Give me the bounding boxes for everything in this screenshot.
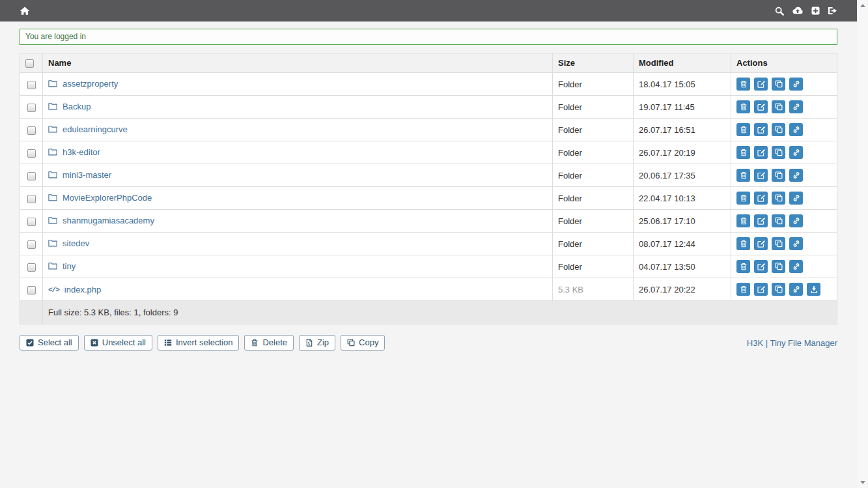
file-table: Name Size Modified Actions assetzpropert…	[20, 53, 837, 324]
row-checkbox[interactable]	[27, 149, 36, 158]
row-checkbox[interactable]	[27, 263, 36, 272]
delete-button[interactable]	[736, 146, 750, 159]
delete-button[interactable]	[736, 192, 750, 205]
scroll-down-icon[interactable]	[860, 481, 865, 484]
file-code-icon: </>	[48, 286, 59, 294]
delete-button[interactable]	[736, 169, 750, 182]
link-button[interactable]	[789, 123, 803, 136]
delete-button[interactable]	[736, 214, 750, 227]
search-icon[interactable]	[775, 7, 784, 16]
link-button[interactable]	[789, 192, 803, 205]
copy-button[interactable]	[772, 283, 785, 296]
row-checkbox[interactable]	[27, 81, 36, 89]
copy-button[interactable]	[772, 237, 785, 250]
delete-button[interactable]	[736, 260, 750, 273]
row-actions	[731, 187, 837, 210]
link-button[interactable]	[789, 100, 803, 113]
rename-button[interactable]	[754, 260, 768, 273]
row-checkbox[interactable]	[27, 218, 36, 226]
copy-button[interactable]	[772, 78, 785, 91]
bottom-toolbar: Select allUnselect allInvert selectionDe…	[20, 335, 837, 351]
rename-button[interactable]	[754, 237, 768, 250]
zip-button[interactable]: Zip	[299, 335, 335, 351]
file-name-link[interactable]: h3k-editor	[48, 147, 100, 157]
invert-selection-button[interactable]: Invert selection	[158, 335, 239, 351]
rename-button[interactable]	[754, 192, 768, 205]
rename-button[interactable]	[754, 214, 768, 227]
row-checkbox[interactable]	[27, 126, 36, 135]
file-name-link[interactable]: tiny	[48, 261, 76, 271]
scroll-up-icon[interactable]	[860, 4, 865, 7]
table-row: mini3-master Folder 20.06.17 17:35	[20, 164, 837, 187]
link-button[interactable]	[789, 214, 803, 227]
copy-button[interactable]	[772, 146, 785, 159]
row-checkbox[interactable]	[27, 286, 36, 294]
unselect-all-button[interactable]: Unselect all	[84, 335, 152, 351]
rename-button[interactable]	[754, 123, 768, 136]
copy-button[interactable]	[772, 123, 785, 136]
branding: H3K | Tiny File Manager	[747, 337, 837, 349]
copy-button[interactable]	[772, 260, 785, 273]
rename-icon	[757, 240, 765, 248]
folder-icon	[48, 171, 57, 179]
file-name-link[interactable]: shanmugamiasacademy	[48, 216, 154, 225]
rename-button[interactable]	[754, 78, 768, 91]
upload-icon[interactable]	[792, 7, 804, 15]
link-icon	[792, 171, 800, 179]
column-header-modified: Modified	[634, 53, 731, 73]
link-button[interactable]	[789, 78, 803, 91]
folder-icon	[48, 102, 57, 110]
row-checkbox[interactable]	[27, 104, 36, 112]
delete-icon	[740, 80, 748, 88]
file-name-link[interactable]: edulearningcurve	[48, 124, 128, 134]
vertical-scrollbar[interactable]	[857, 0, 868, 488]
link-button[interactable]	[789, 169, 803, 182]
file-modified: 18.04.17 15:05	[634, 73, 731, 96]
delete-button[interactable]	[736, 283, 750, 296]
copy-icon	[775, 149, 783, 156]
copy-button[interactable]	[772, 192, 785, 205]
rename-button[interactable]	[754, 169, 768, 182]
file-name-link[interactable]: </> index.php	[48, 285, 101, 294]
navbar-actions	[775, 7, 837, 16]
copy-button[interactable]	[772, 100, 785, 113]
branding-link[interactable]: H3K | Tiny File Manager	[747, 338, 837, 348]
row-checkbox[interactable]	[27, 240, 36, 249]
row-checkbox[interactable]	[27, 195, 36, 203]
delete-button[interactable]	[736, 100, 750, 113]
new-item-icon[interactable]	[811, 7, 820, 15]
copy-icon	[347, 339, 355, 347]
rename-button[interactable]	[754, 100, 768, 113]
rename-icon	[757, 171, 765, 179]
file-name-link[interactable]: MovieExplorerPhpCode	[48, 193, 152, 203]
file-name-link[interactable]: sitedev	[48, 238, 89, 248]
link-button[interactable]	[789, 146, 803, 159]
file-name-link[interactable]: mini3-master	[48, 170, 111, 180]
row-actions	[731, 233, 837, 255]
file-modified: 04.07.17 13:50	[634, 255, 731, 278]
row-checkbox[interactable]	[27, 172, 36, 180]
file-modified: 25.06.17 17:10	[634, 210, 731, 233]
select-all-button[interactable]: Select all	[20, 335, 79, 351]
logout-icon[interactable]	[828, 7, 837, 15]
download-button[interactable]	[807, 283, 820, 296]
select-all-checkbox[interactable]	[25, 59, 34, 68]
rename-icon	[757, 285, 765, 293]
copy-button[interactable]	[772, 169, 785, 182]
link-button[interactable]	[789, 237, 803, 250]
delete-button[interactable]: Delete	[244, 335, 294, 351]
copy-button[interactable]: Copy	[341, 335, 385, 351]
link-button[interactable]	[789, 260, 803, 273]
folder-icon	[48, 125, 57, 133]
rename-button[interactable]	[754, 146, 768, 159]
delete-button[interactable]	[736, 123, 750, 136]
home-icon[interactable]	[20, 7, 30, 15]
delete-button[interactable]	[736, 78, 750, 91]
file-name-link[interactable]: Backup	[48, 102, 91, 111]
delete-button[interactable]	[736, 237, 750, 250]
copy-button[interactable]	[772, 214, 785, 227]
file-name-link[interactable]: assetzproperty	[48, 79, 118, 89]
link-button[interactable]	[789, 283, 803, 296]
rename-button[interactable]	[754, 283, 768, 296]
copy-icon	[775, 240, 783, 248]
